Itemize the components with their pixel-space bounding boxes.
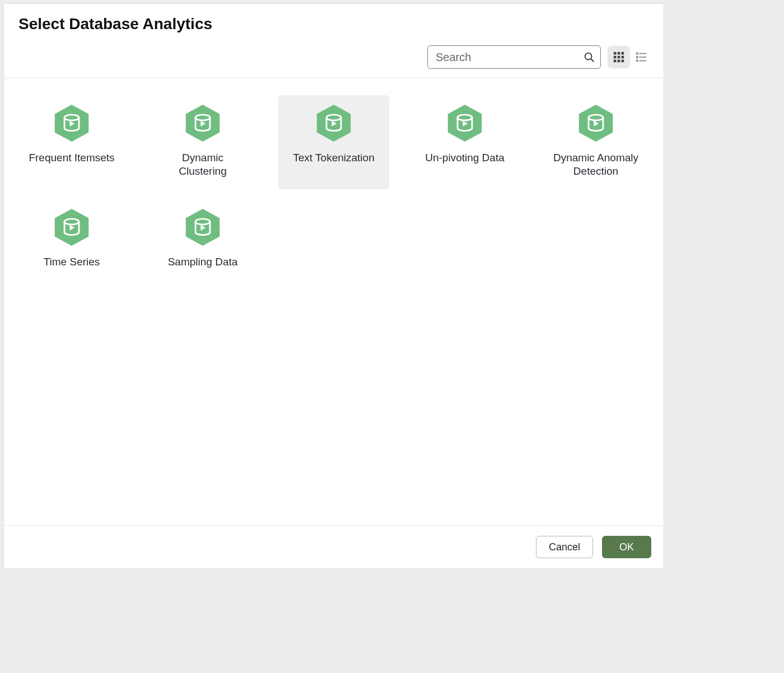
database-play-icon (445, 103, 485, 143)
search-wrap (427, 45, 601, 69)
grid-icon (613, 51, 625, 63)
svg-rect-7 (622, 56, 624, 59)
svg-rect-5 (614, 56, 617, 59)
tile-label: Sampling Data (168, 255, 238, 269)
svg-rect-9 (618, 60, 620, 63)
database-play-icon (52, 207, 92, 247)
svg-rect-14 (639, 57, 646, 58)
tile-icon (576, 103, 616, 143)
dialog-footer: Cancel OK (4, 525, 664, 568)
svg-point-0 (585, 53, 592, 60)
database-play-icon (183, 207, 223, 247)
tile-label: Dynamic Clustering (158, 151, 248, 178)
analytics-tile[interactable]: Frequent Itemsets (16, 95, 127, 189)
svg-rect-6 (618, 56, 620, 59)
analytics-tile[interactable]: Dynamic Clustering (147, 95, 258, 189)
database-play-icon (314, 103, 354, 143)
cancel-button[interactable]: Cancel (536, 536, 593, 558)
database-play-icon (183, 103, 223, 143)
analytics-grid: Frequent Itemsets Dynamic Clustering Tex… (16, 95, 651, 293)
svg-line-1 (591, 59, 594, 62)
svg-rect-12 (639, 53, 646, 54)
list-icon (635, 51, 647, 63)
analytics-tile[interactable]: Dynamic Anomaly Detection (540, 95, 651, 189)
tile-icon (183, 103, 223, 143)
view-toggle (608, 46, 652, 68)
tile-icon (445, 103, 485, 143)
svg-rect-2 (614, 52, 617, 55)
svg-rect-10 (622, 60, 624, 63)
analytics-tile[interactable]: Sampling Data (147, 199, 258, 293)
content-area: Frequent Itemsets Dynamic Clustering Tex… (4, 78, 664, 525)
list-view-button[interactable] (630, 46, 652, 68)
svg-rect-15 (636, 60, 638, 62)
grid-view-button[interactable] (608, 46, 630, 68)
dialog-title: Select Database Analytics (18, 15, 649, 33)
tile-label: Frequent Itemsets (29, 151, 114, 165)
analytics-tile[interactable]: Text Tokenization (278, 95, 389, 189)
database-play-icon (576, 103, 616, 143)
tile-icon (183, 207, 223, 247)
svg-rect-13 (636, 56, 638, 58)
select-analytics-dialog: Select Database Analytics (3, 3, 664, 569)
svg-rect-8 (614, 60, 617, 63)
analytics-tile[interactable]: Time Series (16, 199, 127, 293)
svg-rect-16 (639, 60, 646, 62)
search-input[interactable] (427, 45, 601, 69)
database-play-icon (52, 103, 92, 143)
dialog-header: Select Database Analytics (4, 4, 664, 38)
search-icon (583, 51, 595, 63)
toolbar (4, 38, 664, 78)
svg-rect-4 (622, 52, 624, 55)
tile-label: Dynamic Anomaly Detection (551, 151, 641, 178)
tile-label: Time Series (44, 255, 100, 269)
tile-label: Text Tokenization (293, 151, 374, 165)
svg-rect-3 (618, 52, 620, 55)
svg-rect-11 (636, 53, 638, 55)
tile-icon (52, 103, 92, 143)
tile-label: Un-pivoting Data (425, 151, 505, 165)
analytics-tile[interactable]: Un-pivoting Data (409, 95, 520, 189)
ok-button[interactable]: OK (602, 536, 651, 558)
tile-icon (52, 207, 92, 247)
tile-icon (314, 103, 354, 143)
